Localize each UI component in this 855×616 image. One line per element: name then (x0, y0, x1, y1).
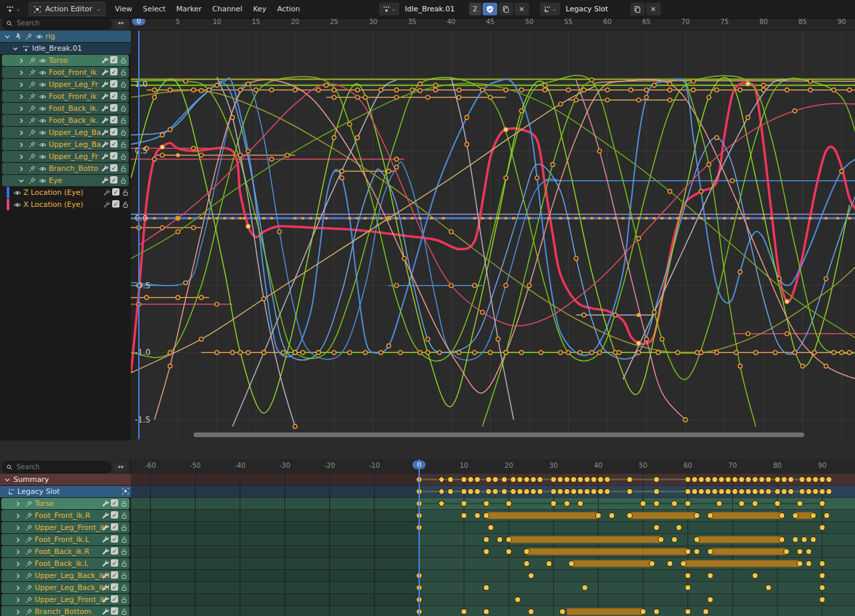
channel-row-branch_bottom[interactable]: Branch_Bottom✓ (1, 606, 129, 616)
expand-icon[interactable] (17, 128, 25, 137)
channel-row-fcurve[interactable]: Z Location (Eye)✓ (0, 187, 131, 198)
unlink-action-button[interactable]: × (515, 3, 529, 15)
channel-row-eye[interactable]: Eye✓ (2, 175, 129, 186)
mute-checkbox[interactable]: ✓ (110, 104, 117, 111)
unlock-icon[interactable] (119, 499, 128, 507)
pin-icon[interactable] (27, 152, 36, 161)
channel-row-slot[interactable]: Legacy Slot (0, 486, 131, 497)
pin-icon[interactable] (24, 499, 33, 508)
unlock-icon[interactable] (119, 571, 128, 579)
mute-checkbox[interactable]: ✓ (111, 499, 118, 507)
channel-row-upper_leg_ba[interactable]: Upper_Leg_Ba✓ (2, 139, 129, 150)
channel-row-fcurve[interactable]: X Location (Eye)✓ (0, 199, 131, 210)
channel-row-foot_back_ik.[interactable]: Foot_Back_ik.✓ (2, 103, 129, 114)
modifier-wrench-icon[interactable] (100, 115, 109, 124)
linked-icon[interactable] (121, 487, 129, 495)
channel-row-upper_leg_back_ik.l[interactable]: Upper_Leg_Back_ik.l✓ (1, 570, 129, 581)
visibility-icon[interactable] (38, 92, 47, 101)
unlock-icon[interactable] (119, 176, 127, 184)
modifier-wrench-icon[interactable] (101, 511, 109, 519)
pin-icon[interactable] (24, 32, 33, 41)
mute-checkbox[interactable]: ✓ (111, 523, 118, 531)
visibility-icon[interactable] (38, 68, 47, 77)
visibility-icon[interactable] (38, 128, 47, 137)
filter-expand-button[interactable]: ↔ (113, 18, 128, 29)
modifier-wrench-icon[interactable] (101, 535, 109, 543)
expand-icon[interactable] (17, 176, 25, 185)
dope-channel-search[interactable] (2, 461, 111, 473)
pin-icon[interactable] (27, 176, 36, 185)
modifier-wrench-icon[interactable] (102, 188, 111, 196)
pin-icon[interactable] (27, 68, 36, 77)
expand-icon[interactable] (17, 140, 25, 149)
expand-icon[interactable] (13, 559, 22, 568)
unlock-icon[interactable] (121, 188, 129, 196)
dope-canvas[interactable] (131, 474, 855, 616)
action-users-button[interactable]: 2 (469, 3, 481, 15)
unlock-icon[interactable] (119, 559, 128, 567)
mute-checkbox[interactable]: ✓ (110, 56, 117, 63)
visibility-icon[interactable] (38, 80, 47, 89)
expand-icon[interactable] (13, 523, 22, 532)
modifier-wrench-icon[interactable] (102, 200, 111, 208)
expand-icon[interactable] (17, 68, 25, 77)
mute-checkbox[interactable]: ✓ (110, 68, 117, 75)
visibility-icon[interactable] (38, 152, 47, 161)
channel-row-foot_back_ik.l[interactable]: Foot_Back_ik.L✓ (1, 558, 129, 569)
expand-icon[interactable] (13, 571, 22, 580)
channel-row-foot_front_ik[interactable]: Foot_Front_ik✓ (2, 67, 129, 78)
unlock-icon[interactable] (119, 139, 127, 148)
expand-icon[interactable] (13, 535, 22, 544)
pin-icon[interactable] (27, 140, 36, 149)
dope-playhead[interactable] (418, 459, 420, 616)
modifier-wrench-icon[interactable] (101, 607, 109, 615)
modifier-wrench-icon[interactable] (100, 67, 109, 76)
mute-checkbox[interactable]: ✓ (110, 92, 117, 99)
modifier-wrench-icon[interactable] (100, 103, 109, 112)
unlock-icon[interactable] (119, 535, 128, 543)
channel-row-action[interactable]: Idle_Break.01 (0, 43, 131, 54)
channel-row-branch_botto[interactable]: Branch_Botto✓ (2, 163, 129, 174)
modifier-wrench-icon[interactable] (100, 79, 109, 88)
modifier-wrench-icon[interactable] (101, 595, 109, 603)
modifier-wrench-icon[interactable] (101, 559, 109, 567)
pin-icon[interactable] (27, 104, 36, 113)
channel-row-torso[interactable]: Torso✓ (1, 498, 129, 509)
pin-icon[interactable] (24, 607, 33, 616)
expand-icon[interactable] (17, 152, 25, 161)
expand-icon[interactable] (13, 547, 22, 556)
mute-checkbox[interactable]: ✓ (112, 200, 119, 208)
modifier-wrench-icon[interactable] (100, 55, 109, 64)
mute-checkbox[interactable]: ✓ (111, 511, 118, 519)
unlock-icon[interactable] (119, 115, 127, 124)
modifier-wrench-icon[interactable] (101, 523, 109, 531)
expand-icon[interactable] (17, 56, 25, 65)
unlock-icon[interactable] (119, 151, 127, 160)
graph-horizontal-scrollbar[interactable] (194, 432, 804, 437)
dope-menu-select[interactable]: Select (137, 3, 171, 15)
fake-user-toggle[interactable] (483, 3, 497, 15)
channel-row-foot_back_ik.[interactable]: Foot_Back_ik.✓ (2, 115, 129, 126)
channel-row-foot_front_ik[interactable]: Foot_Front_ik✓ (2, 91, 129, 102)
dope-frame-ruler[interactable]: -60-50-40-30-20-1001020304050607080900 (131, 459, 855, 475)
expand-icon[interactable] (13, 607, 22, 616)
channel-row-rig[interactable]: rig (0, 31, 131, 42)
mute-checkbox[interactable]: ✓ (112, 188, 119, 196)
pin-icon[interactable] (24, 583, 33, 592)
dope-menu-channel[interactable]: Channel (207, 3, 248, 15)
unlock-icon[interactable] (119, 511, 128, 519)
channel-search-input[interactable] (15, 19, 85, 27)
channel-row-upper_leg_fr[interactable]: Upper_Leg_Fr✓ (2, 151, 129, 162)
visibility-icon[interactable] (38, 164, 47, 173)
visibility-icon[interactable] (13, 200, 21, 209)
unlock-icon[interactable] (119, 607, 128, 615)
channel-row-upper_leg_front_ik[interactable]: Upper_Leg_Front_ik✓ (1, 594, 129, 605)
mute-checkbox[interactable]: ✓ (110, 80, 117, 87)
mute-checkbox[interactable]: ✓ (111, 547, 118, 555)
mute-checkbox[interactable]: ✓ (111, 571, 118, 579)
channel-row-foot_front_ik.r[interactable]: Foot_Front_ik.R✓ (1, 510, 129, 521)
graph-canvas[interactable]: 1.00.50.0-0.5-1.0-1.5 (131, 31, 855, 439)
expand-icon[interactable] (3, 32, 11, 41)
mute-checkbox[interactable]: ✓ (111, 595, 118, 603)
unlock-icon[interactable] (119, 55, 127, 64)
